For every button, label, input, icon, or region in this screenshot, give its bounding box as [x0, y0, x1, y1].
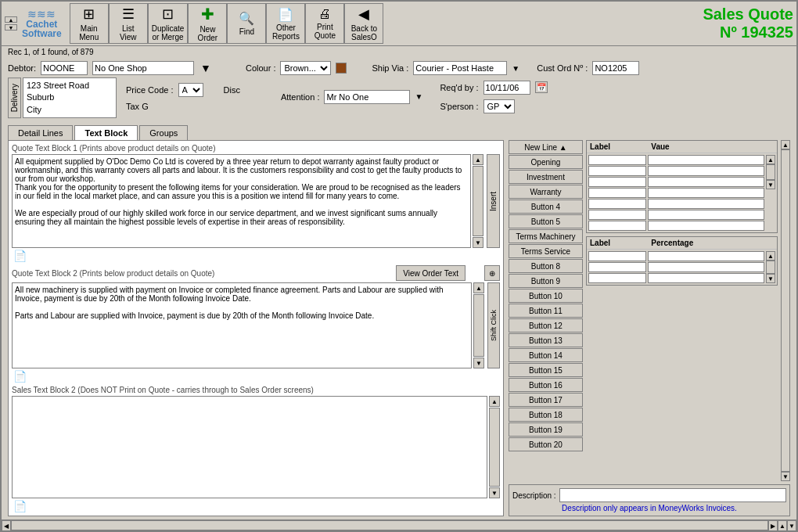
colour-select[interactable]: Brown... [280, 61, 331, 75]
scroll-up-2-icon[interactable]: ▲ [473, 282, 484, 293]
btn-11[interactable]: Button 11 [509, 304, 583, 318]
v-scroll-up-bottom[interactable]: ▲ [778, 520, 787, 531]
btn-19[interactable]: Button 19 [509, 422, 583, 437]
btn-5[interactable]: Button 5 [509, 214, 583, 228]
section3-textarea[interactable] [12, 396, 487, 498]
btn-20[interactable]: Button 20 [509, 437, 583, 451]
insert-label[interactable]: Insert [487, 154, 500, 248]
btn-9[interactable]: Button 9 [509, 274, 583, 288]
ship-via-label: Ship Via : [372, 63, 408, 73]
lv-value-4[interactable] [648, 188, 764, 198]
sperson-select[interactable]: GP [483, 99, 515, 113]
btn-18[interactable]: Button 18 [509, 408, 583, 422]
lp-pct-2[interactable] [648, 262, 764, 272]
lv-value-3[interactable] [648, 177, 764, 187]
description-input[interactable] [559, 488, 786, 502]
lv-value-6[interactable] [648, 210, 764, 220]
tab-groups[interactable]: Groups [139, 125, 188, 140]
attention-input[interactable] [324, 90, 410, 104]
btn-10[interactable]: Button 10 [509, 289, 583, 303]
debtor-name-input[interactable] [92, 61, 194, 75]
btn-4[interactable]: Button 4 [509, 200, 583, 214]
new-order-button[interactable]: ✚ NewOrder [188, 3, 227, 44]
btn-terms-service[interactable]: Terms Service [509, 244, 583, 258]
lv-label-7[interactable] [588, 221, 646, 231]
lv-scroll-up[interactable]: ▲ [766, 155, 775, 164]
lv-value-1[interactable] [648, 155, 764, 165]
right-panel: New Line ▲ Opening Investment Warranty B… [509, 140, 790, 516]
debtor-dropdown-icon[interactable]: ▼ [200, 62, 211, 74]
lv-label-6[interactable] [588, 210, 646, 220]
back-to-sales-button[interactable]: ◀ Back toSalesO [344, 3, 383, 44]
btn-16[interactable]: Button 16 [509, 378, 583, 392]
debtor-code-input[interactable] [41, 61, 88, 75]
price-code-select[interactable]: A [178, 83, 203, 97]
h-scroll-right[interactable]: ▶ [768, 520, 778, 531]
scroll-up-3-icon[interactable]: ▲ [489, 396, 500, 407]
btn-warranty[interactable]: Warranty [509, 185, 583, 199]
lv-label-2[interactable] [588, 166, 646, 176]
lv-rows: ▲ ▼ [587, 153, 777, 232]
calendar-icon[interactable]: 📅 [535, 81, 548, 93]
lp-label-2[interactable] [588, 262, 646, 272]
other-reports-icon: 📄 [278, 7, 293, 22]
btn-17[interactable]: Button 17 [509, 393, 583, 407]
scroll-down-3-icon[interactable]: ▼ [489, 487, 500, 498]
description-row: Description : [512, 488, 786, 502]
scroll-down-icon[interactable]: ▼ [473, 237, 483, 248]
lv-scroll-down[interactable]: ▼ [766, 180, 775, 189]
btn-terms-machinery[interactable]: Terms Machinery [509, 229, 583, 243]
btn-14[interactable]: Button 14 [509, 348, 583, 362]
lp-pct-1[interactable] [648, 251, 764, 261]
lp-label-1[interactable] [588, 251, 646, 261]
btn-8[interactable]: Button 8 [509, 259, 583, 273]
main-menu-icon: ⊞ [83, 5, 95, 23]
lv-label-1[interactable] [588, 155, 646, 165]
cust-ord-input[interactable] [592, 61, 639, 75]
lv-value-2[interactable] [648, 166, 764, 176]
lv-value-7[interactable] [648, 221, 764, 231]
ship-via-input[interactable] [413, 61, 507, 75]
list-view-icon: ☰ [122, 5, 135, 23]
attention-dropdown-icon[interactable]: ▼ [415, 92, 422, 101]
outer-scroll-up[interactable]: ▲ [781, 140, 790, 149]
lv-value-5[interactable] [648, 199, 764, 209]
lp-label-3[interactable] [588, 273, 646, 283]
main-menu-button[interactable]: ⊞ MainMenu [70, 3, 109, 44]
scroll-down-btn[interactable]: ▼ [5, 24, 17, 31]
expand-icon[interactable]: ⊕ [484, 265, 500, 281]
scroll-down-2-icon[interactable]: ▼ [473, 358, 484, 368]
list-view-button[interactable]: ☰ ListView [109, 3, 148, 44]
btn-opening[interactable]: Opening [509, 155, 583, 169]
find-button[interactable]: 🔍 Find [227, 3, 266, 44]
back-to-sales-label: Back toSalesO [351, 24, 377, 41]
btn-12[interactable]: Button 12 [509, 318, 583, 332]
btn-15[interactable]: Button 15 [509, 363, 583, 377]
scroll-up-icon[interactable]: ▲ [473, 154, 483, 165]
outer-scroll-down[interactable]: ▼ [781, 472, 790, 481]
h-scroll-left[interactable]: ◀ [2, 520, 11, 531]
reqd-by-input[interactable] [483, 81, 530, 95]
tab-text-block[interactable]: Text Block [74, 125, 138, 140]
section2-textarea[interactable]: All new machinery is supplied with payme… [12, 282, 472, 368]
lp-scroll-up[interactable]: ▲ [766, 251, 775, 261]
delivery-address: 123 Street Road Suburb City [23, 77, 117, 118]
btn-new-line[interactable]: New Line ▲ [509, 140, 583, 154]
btn-investment[interactable]: Investment [509, 170, 583, 184]
lv-label-3[interactable] [588, 177, 646, 187]
section1-textarea[interactable]: All equipment supplied by O'Doc Demo Co … [12, 154, 471, 248]
print-quote-button[interactable]: 🖨 PrintQuote [305, 3, 344, 44]
lp-pct-3[interactable] [648, 273, 764, 283]
record-status: Rec 1, of 1 found, of 879 [8, 48, 94, 56]
ship-via-dropdown-icon[interactable]: ▼ [512, 64, 519, 73]
duplicate-button[interactable]: ⊡ Duplicateor Merge [148, 3, 189, 44]
scroll-up-btn[interactable]: ▲ [5, 16, 17, 23]
other-reports-button[interactable]: 📄 OtherReports [266, 3, 305, 44]
lp-scroll-down[interactable]: ▼ [766, 274, 775, 283]
tab-detail-lines[interactable]: Detail Lines [8, 125, 73, 140]
lv-label-4[interactable] [588, 188, 646, 198]
v-scroll-down-bottom[interactable]: ▼ [787, 520, 796, 531]
view-order-button[interactable]: View Order Text [396, 265, 466, 281]
lv-label-5[interactable] [588, 199, 646, 209]
btn-13[interactable]: Button 13 [509, 333, 583, 347]
